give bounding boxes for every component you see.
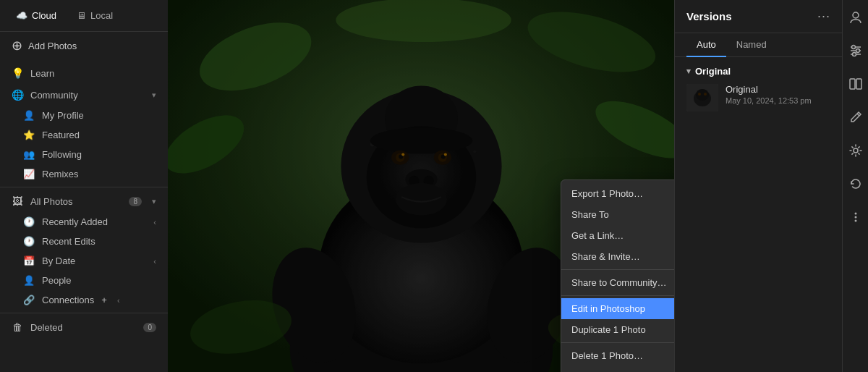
- context-menu-divider-1: [561, 269, 674, 270]
- sidebar-item-my-profile[interactable]: 👤 My Profile: [0, 106, 168, 125]
- sidebar-item-recent-edits[interactable]: 🕐 Recent Edits: [0, 232, 168, 251]
- profile-icon: 👤: [23, 110, 35, 121]
- sidebar-item-featured[interactable]: ⭐ Featured: [0, 125, 168, 145]
- svg-line-47: [857, 114, 859, 116]
- add-photos-label: Add Photos: [28, 41, 77, 51]
- sliders-icon: [848, 43, 863, 58]
- svg-point-50: [854, 216, 856, 219]
- right-panel-header: Versions ···: [675, 0, 842, 33]
- deleted-badge: 0: [143, 323, 156, 332]
- featured-label: Featured: [42, 130, 80, 140]
- cloud-icon: ☁️: [16, 10, 27, 21]
- main-content: Export 1 Photo… › Share To › Get a Link……: [168, 0, 674, 372]
- svg-point-36: [698, 93, 701, 96]
- community-label: Community: [30, 90, 78, 101]
- people-label: People: [42, 275, 71, 286]
- compare-icon: [848, 77, 863, 91]
- menu-item-duplicate-label: Duplicate 1 Photo: [571, 324, 646, 335]
- gear-icon-btn[interactable]: [846, 140, 866, 161]
- add-photos-button[interactable]: ⊕ Add Photos: [0, 32, 168, 59]
- connections-label: Connections: [42, 295, 94, 305]
- sidebar-item-deleted[interactable]: 🗑 Deleted 0: [0, 316, 168, 338]
- community-expand-arrow: ▾: [152, 90, 156, 100]
- nav-section: 💡 Learn 🌐 Community ▾ 👤 My Profile ⭐ Fea…: [0, 59, 168, 372]
- all-photos-expand-arrow: ▾: [152, 197, 156, 206]
- right-panel-title: Versions: [686, 10, 732, 22]
- svg-rect-45: [850, 79, 855, 89]
- by-date-collapse: ‹: [153, 257, 156, 266]
- version-thumbnail: [686, 84, 718, 111]
- sidebar-item-people[interactable]: 👤 People: [0, 271, 168, 290]
- svg-point-37: [704, 93, 707, 96]
- sidebar-item-recently-added[interactable]: 🕐 Recently Added ‹: [0, 212, 168, 232]
- svg-point-48: [854, 148, 858, 153]
- sidebar-item-connections[interactable]: 🔗 Connections + ‹: [0, 290, 168, 310]
- context-menu-divider-2: [561, 295, 674, 296]
- svg-point-38: [853, 12, 859, 18]
- learn-label: Learn: [30, 68, 54, 79]
- version-label-text: Original: [726, 84, 812, 95]
- connections-add-btn[interactable]: +: [101, 295, 107, 305]
- all-photos-label: All Photos: [30, 196, 73, 207]
- tab-auto-label: Auto: [697, 39, 716, 50]
- deleted-icon: 🗑: [12, 321, 23, 333]
- sidebar-item-learn[interactable]: 💡 Learn: [0, 62, 168, 84]
- sidebar-item-by-date[interactable]: 📅 By Date ‹: [0, 251, 168, 271]
- sidebar-item-remixes[interactable]: 📈 Remixes: [0, 164, 168, 184]
- sidebar-item-all-photos[interactable]: 🖼 All Photos 8 ▾: [0, 190, 168, 212]
- history-icon: [848, 177, 863, 191]
- svg-point-49: [854, 213, 856, 215]
- menu-item-get-link-label: Get a Link…: [571, 230, 624, 241]
- connections-collapse: ‹: [117, 296, 120, 305]
- edit-pencil-icon: [848, 110, 863, 124]
- menu-item-share-invite[interactable]: Share & Invite…: [561, 246, 674, 267]
- user-icon: [848, 10, 863, 25]
- more-options-icon-btn[interactable]: [846, 207, 866, 227]
- menu-item-edit-photoshop[interactable]: Edit in Photoshop: [561, 298, 674, 319]
- featured-icon: ⭐: [23, 130, 35, 140]
- menu-item-remove-album[interactable]: Remove 1 Photo from Album…: [561, 366, 674, 372]
- svg-rect-46: [856, 79, 861, 89]
- all-photos-badge: 8: [129, 197, 142, 206]
- right-icon-bar: [842, 0, 868, 372]
- menu-item-delete-label: Delete 1 Photo…: [571, 350, 643, 361]
- menu-item-delete[interactable]: Delete 1 Photo…: [561, 345, 674, 366]
- tab-named-label: Named: [736, 39, 767, 50]
- deleted-label: Deleted: [30, 322, 63, 333]
- recent-edits-icon: 🕐: [23, 236, 35, 247]
- menu-item-share-to-label: Share To: [571, 209, 609, 220]
- learn-icon: 💡: [12, 67, 23, 79]
- menu-item-edit-photoshop-label: Edit in Photoshop: [571, 303, 645, 314]
- tab-named[interactable]: Named: [726, 33, 777, 57]
- tab-auto[interactable]: Auto: [686, 33, 726, 57]
- more-dots-icon: [848, 210, 863, 224]
- connections-icon: 🔗: [23, 295, 35, 305]
- right-panel-menu-button[interactable]: ···: [817, 9, 830, 24]
- edit-icon-btn[interactable]: [846, 107, 866, 127]
- sliders-icon-btn[interactable]: [846, 41, 866, 61]
- menu-item-share-community-label: Share to Community…: [571, 277, 667, 288]
- recent-edits-label: Recent Edits: [42, 236, 95, 247]
- version-group-original[interactable]: ▾ Original: [686, 66, 830, 77]
- version-group-label: Original: [695, 66, 731, 77]
- local-tab[interactable]: 🖥 Local: [72, 7, 117, 24]
- user-profile-icon-btn[interactable]: [846, 7, 866, 28]
- version-item-original: Original May 10, 2024, 12:53 pm: [686, 84, 830, 111]
- context-menu: Export 1 Photo… › Share To › Get a Link……: [561, 179, 674, 372]
- menu-item-get-link[interactable]: Get a Link…: [561, 225, 674, 246]
- compare-icon-btn[interactable]: [846, 74, 866, 94]
- menu-item-duplicate[interactable]: Duplicate 1 Photo: [561, 319, 674, 340]
- all-photos-icon: 🖼: [12, 195, 23, 207]
- menu-item-share-community[interactable]: Share to Community…: [561, 272, 674, 293]
- sidebar-item-community[interactable]: 🌐 Community ▾: [0, 84, 168, 106]
- following-label: Following: [42, 149, 82, 160]
- menu-item-export[interactable]: Export 1 Photo… ›: [561, 183, 674, 204]
- sidebar-header: ☁️ Cloud 🖥 Local: [0, 0, 168, 32]
- cloud-tab[interactable]: ☁️ Cloud: [12, 7, 61, 24]
- sidebar: ☁️ Cloud 🖥 Local ⊕ Add Photos 💡 Learn 🌐 …: [0, 0, 168, 372]
- version-date-text: May 10, 2024, 12:53 pm: [726, 96, 812, 105]
- menu-item-share-to[interactable]: Share To ›: [561, 204, 674, 225]
- versions-tabs: Auto Named: [675, 33, 842, 57]
- sidebar-item-following[interactable]: 👥 Following: [0, 145, 168, 164]
- history-icon-btn[interactable]: [846, 174, 866, 194]
